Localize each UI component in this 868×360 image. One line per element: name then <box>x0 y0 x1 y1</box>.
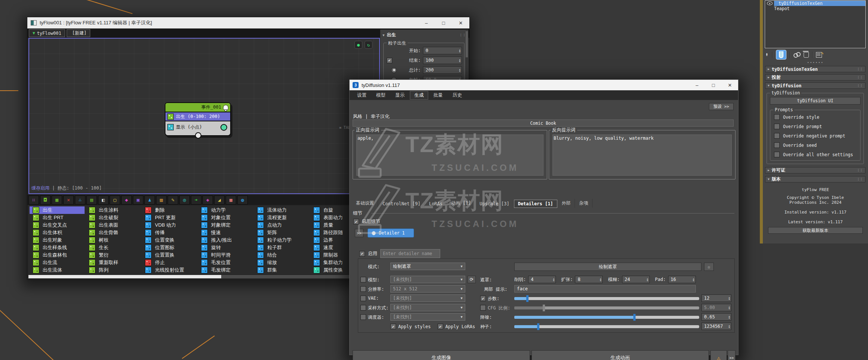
operator-item[interactable]: 出生体积 <box>30 229 85 236</box>
toolbar-icon[interactable]: ◘ <box>40 196 51 205</box>
toolbar-icon[interactable]: ✎ <box>168 196 178 205</box>
negative-prompt-input[interactable]: Blurry, noisy, low quality, watermark <box>552 134 732 176</box>
positive-prompt-input[interactable]: apple, <box>356 134 543 176</box>
drag-handle-icon[interactable]: ⋮⋮ <box>459 33 466 37</box>
draw-mask-button[interactable]: 绘制遮罩 <box>514 263 701 271</box>
operator-item[interactable]: PRT 更新 <box>142 214 197 221</box>
operator-item[interactable]: 位置置换 <box>142 251 197 259</box>
toolbar-icon[interactable]: ▦ <box>52 196 62 205</box>
toolbar-icon[interactable]: ◍ <box>237 196 248 205</box>
menu-item[interactable]: 模型 <box>372 91 390 100</box>
override-checkbox[interactable]: ✔ <box>774 114 780 120</box>
operator-item[interactable]: 流程更新 <box>254 214 309 221</box>
spinner-arrows-icon[interactable]: ▲▼ <box>600 278 601 281</box>
operator-item[interactable]: 删除 <box>142 206 197 214</box>
operator-item[interactable]: 毛发位置 <box>198 259 253 266</box>
enable-detail-checkbox[interactable]: ✔ <box>353 219 359 224</box>
slider-track[interactable] <box>514 297 699 300</box>
minimize-button[interactable]: – <box>418 17 435 28</box>
node-operator-birth[interactable]: 出生 (0-100: 200) <box>165 112 230 121</box>
operator-item[interactable]: 出生破裂 <box>86 214 141 221</box>
spinner-arrows-icon[interactable]: ▲▼ <box>459 68 460 72</box>
toolbar-icon[interactable]: ▩ <box>226 196 236 205</box>
operator-item[interactable]: 繁衍 <box>86 251 141 259</box>
mode-dropdown[interactable]: 绘制遮罩▼ <box>390 263 465 270</box>
operator-item[interactable]: 出生对象 <box>30 236 85 244</box>
operator-item[interactable]: 推入/推出 <box>198 236 253 244</box>
operator-item[interactable]: 动力学 <box>198 206 253 214</box>
slider-checkbox[interactable]: ✔ <box>480 296 486 301</box>
operator-item[interactable]: 停止 <box>142 259 197 266</box>
spinner-arrows-icon[interactable]: ▲▼ <box>728 296 730 300</box>
close-button[interactable]: ✕ <box>722 80 738 90</box>
toolbar-icon[interactable]: ▣ <box>133 196 143 205</box>
get-latest-version-button[interactable]: 获取最新版本 <box>768 227 863 234</box>
visibility-eye-icon[interactable] <box>767 1 773 5</box>
operator-item[interactable]: 旋转 <box>198 244 253 251</box>
trash-icon[interactable] <box>804 52 809 58</box>
slider-handle[interactable] <box>537 323 539 330</box>
operator-item[interactable]: 位置图标 <box>142 244 197 251</box>
menu-item[interactable]: 生成 <box>410 91 428 100</box>
rollout-version[interactable]: ▼ 版本 ⋮⋮ <box>765 176 865 182</box>
stack-row-teapot[interactable]: Teapot <box>765 6 865 11</box>
toolbar-icon[interactable]: ◆ <box>121 196 132 205</box>
menu-item[interactable]: 批量 <box>429 91 447 100</box>
override-checkbox[interactable]: ✔ <box>774 124 780 129</box>
node-graph-canvas[interactable]: ● ↻ 事件_001 出生 (0-100: 200) 显示 (小点) <box>28 38 380 194</box>
birth-rollout-header[interactable]: ▼ 出生 ⋮⋮ <box>380 31 468 39</box>
footer-expand-button[interactable]: >> <box>728 350 735 360</box>
drag-handle-icon[interactable]: ⋮⋮ <box>857 178 863 181</box>
maximize-button[interactable]: □ <box>435 17 452 28</box>
slider-value-spinner[interactable]: 12▲▼ <box>701 294 731 302</box>
operator-item[interactable]: 树枝 <box>86 236 141 244</box>
tydiffusion-titlebar[interactable]: 3 tyDiffusion v1.117 – □ ✕ <box>350 80 738 90</box>
panel-resize-handle[interactable]: •••••• <box>763 61 868 64</box>
operator-item[interactable]: 流体动力 <box>254 206 309 214</box>
spinner-arrows-icon[interactable]: ▲▼ <box>553 278 555 281</box>
settings-tab[interactable]: ControlNet [9] <box>378 200 424 208</box>
rollout-projection[interactable]: ▶ 投射 ⋮⋮ <box>765 74 865 81</box>
configure-modifier-sets-icon[interactable]: ✎ <box>816 52 822 58</box>
spinner-arrows-icon[interactable]: ▲▼ <box>728 315 730 319</box>
override-checkbox[interactable]: ✔ <box>774 152 780 157</box>
operator-item[interactable]: 出生 <box>30 206 85 214</box>
start-spinner[interactable]: 0▲▼ <box>423 47 462 54</box>
spinner-arrows-icon[interactable]: ▲▼ <box>728 324 730 328</box>
drag-handle-icon[interactable]: ⋮⋮ <box>857 169 863 172</box>
operator-item[interactable]: 重新取样 <box>86 259 141 266</box>
settings-tab[interactable]: LoRAs <box>425 200 447 208</box>
override-checkbox[interactable]: ✔ <box>774 142 780 148</box>
toolbar-icon[interactable]: ◈ <box>202 196 213 205</box>
settings-tab[interactable]: 动画 [1] <box>447 199 475 208</box>
operator-item[interactable]: 出生交叉点 <box>30 221 85 229</box>
operator-item[interactable]: 矩阵 <box>254 229 309 236</box>
toolbar-icon[interactable]: ♟ <box>144 196 155 205</box>
end-checkbox[interactable]: ✔ <box>387 58 392 63</box>
event-node[interactable]: 事件_001 出生 (0-100: 200) 显示 (小点) <box>165 102 231 136</box>
menu-item[interactable]: 历史 <box>448 91 466 100</box>
make-unique-icon[interactable] <box>794 52 800 57</box>
slider-value-spinner[interactable]: 0.65▲▼ <box>701 313 731 321</box>
mask-field-spinner[interactable]: 16▲▼ <box>668 276 696 283</box>
graph-play-button[interactable]: ● <box>354 41 362 49</box>
operator-item[interactable]: 对象位置 <box>198 214 253 221</box>
toolbar-icon[interactable]: ✕ <box>63 196 74 205</box>
toolbar-icon[interactable]: ◧ <box>98 196 109 205</box>
settings-tab[interactable]: Upscale [3] <box>475 200 513 208</box>
local-prompt-input[interactable] <box>514 285 696 293</box>
toolbar-icon[interactable]: ➔ <box>191 196 201 205</box>
operator-item[interactable]: 慢速 <box>198 229 253 236</box>
operator-item[interactable]: 粒子群 <box>254 244 309 251</box>
slider-track[interactable] <box>514 316 699 319</box>
override-checkbox[interactable]: ✔ <box>774 133 780 139</box>
total-spinner[interactable]: 200▲▼ <box>423 66 462 74</box>
toolbar-icon[interactable]: ▢ <box>110 196 120 205</box>
node-output-port[interactable] <box>195 132 201 139</box>
slider-handle[interactable] <box>526 295 529 302</box>
spinner-arrows-icon[interactable]: ▲▼ <box>459 49 460 52</box>
operator-item[interactable]: 位置变换 <box>142 236 197 244</box>
style-dropdown[interactable]: Comic Book <box>353 120 734 127</box>
operator-item[interactable]: 生长 <box>86 244 141 251</box>
rollout-tydiffusion[interactable]: ▼ tyDiffusion ⋮⋮ <box>765 82 865 89</box>
